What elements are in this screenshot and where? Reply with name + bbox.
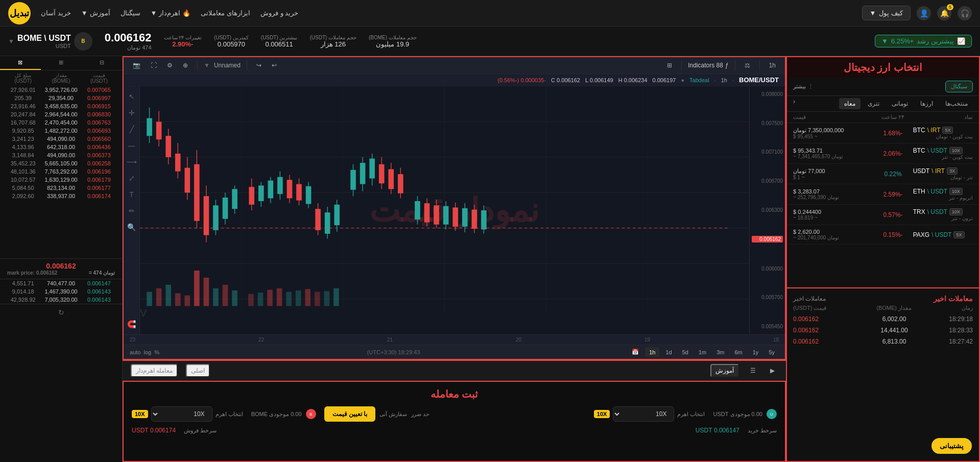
support-button[interactable]: پشتیبانی <box>931 438 972 454</box>
svg-rect-18 <box>213 288 219 306</box>
coin-selector[interactable]: B BOME \ USDT USDT ▼ <box>8 32 92 51</box>
buy-order-2[interactable]: 0.006143 7,005,320.00 42,928.92 <box>0 296 122 304</box>
tf-calendar[interactable]: 📅 <box>628 347 643 357</box>
crosshair-btn[interactable]: ⊕ <box>180 60 191 70</box>
redo-btn[interactable]: ↪ <box>253 60 265 70</box>
text-tool[interactable]: T <box>127 188 136 201</box>
svg-rect-29 <box>324 291 330 306</box>
nav-signal[interactable]: سیگنال <box>121 9 140 17</box>
chart-change: -0.000035 (-0.56%) <box>497 77 546 83</box>
refresh-section: ↻ <box>0 304 122 321</box>
auto-btn[interactable]: auto <box>130 349 140 355</box>
tf-5y[interactable]: 5y <box>764 347 779 357</box>
tf-1m[interactable]: 1m <box>695 347 710 357</box>
left-panel-tabs: منتخب‌ها ارزها تومانی تتری معاه ‹ <box>787 96 979 112</box>
market-row-usdt-irt[interactable]: 3X IRT \ USDT تتر - تومان 0.22% 77,000 ت… <box>787 164 979 184</box>
sell-order-9[interactable]: 0.006258 5,665,105.00 35,452.23 <box>0 159 122 167</box>
svg-rect-84 <box>415 201 420 220</box>
bome-leverage-select[interactable]: 10X 5X <box>151 406 212 422</box>
bottom-tab-edu[interactable]: آموزش <box>710 364 739 377</box>
notifications-icon[interactable]: 🔔 <box>937 6 951 20</box>
magnet-tool[interactable]: 🧲 <box>125 318 138 330</box>
svg-rect-19 <box>223 285 228 306</box>
bottom-tab-leveraged[interactable]: معامله اهرم‌دار <box>131 364 178 377</box>
line-tool[interactable]: ╱ <box>128 123 136 135</box>
growth-badge[interactable]: 📈 پیشترین رشد +6.25% ▼ <box>875 35 972 47</box>
zoom-tool[interactable]: 🔍 <box>125 221 138 233</box>
nav-easy-buy[interactable]: خرید آسان <box>41 9 71 17</box>
nav-leveraged[interactable]: 🔥 اهرم‌دار ▼ <box>151 9 191 17</box>
tf-3m[interactable]: 3m <box>712 347 728 357</box>
sell-order-12[interactable]: 0.006177 823,134.00 5,084.50 <box>0 184 122 192</box>
sell-order-4[interactable]: 0.006763 2,470,454.00 16,707.68 <box>0 118 122 127</box>
tf-6m[interactable]: 6m <box>730 347 746 357</box>
cursor-tool[interactable]: ↖ <box>127 90 137 103</box>
more-button[interactable]: ⋮ بیشتر <box>793 83 814 90</box>
pencil-tool[interactable]: ✏ <box>127 205 137 217</box>
layout-btn[interactable]: ⊞ <box>664 60 675 70</box>
tab-favorites[interactable]: منتخب‌ها <box>940 98 973 109</box>
sell-order-7[interactable]: 0.006436 642,318.00 4,133.96 <box>0 143 122 151</box>
hline-tool[interactable]: — <box>126 139 137 152</box>
sell-order-1[interactable]: 0.006997 29,354.00 205.39 <box>0 94 122 102</box>
nav-tools[interactable]: ابزارهای معاملاتی <box>201 9 250 17</box>
sell-order-3[interactable]: 0.006830 2,964,544.00 20,247.84 <box>0 110 122 118</box>
ob-tab-icon2[interactable]: ⊞ <box>41 56 82 70</box>
fullscreen-btn[interactable]: ⛶ <box>148 60 160 70</box>
sell-order-11[interactable]: 0.006179 1,630,129.00 10,072.57 <box>0 176 122 184</box>
bottom-tab-main[interactable]: اصلی <box>186 364 210 377</box>
buy-order-0[interactable]: 0.006147 740,477.00 4,551.71 <box>0 279 122 287</box>
edu-play-btn[interactable]: ▶ <box>767 366 778 376</box>
market-row-trx[interactable]: 10X USDT \ TRX ترون - تتر -0.57% 0.24440… <box>787 205 979 225</box>
user-icon[interactable]: 👤 <box>917 6 931 20</box>
indicator-icon: ƒ <box>725 62 729 69</box>
ob-tab-icon3[interactable]: ⊠ <box>0 56 41 70</box>
nav-buy-sell[interactable]: خرید و فروش <box>260 9 298 17</box>
tab-futures[interactable]: معاه <box>839 98 861 109</box>
wallet-button[interactable]: کیف پول ▼ <box>862 6 911 20</box>
headphones-icon[interactable]: 🎧 <box>958 6 972 20</box>
market-row-paxg[interactable]: 5X USDT \ PAXG -0.15% 2,620.00 $ تومان 2… <box>787 225 979 245</box>
price-set-button[interactable]: با تعیین قیمت <box>324 406 376 422</box>
sell-order-0[interactable]: 0.007065 3,952,726.00 27,926.01 <box>0 86 122 94</box>
measure-tool[interactable]: ⤢ <box>127 172 137 184</box>
main-layout: انتخاب ارز دیجیتال سیگنال ⋮ بیشتر منتخب‌… <box>0 56 980 462</box>
signal-button[interactable]: سیگنال <box>945 81 973 92</box>
market-row-btc-usdt[interactable]: 10X USDT \ BTC بیت کوین - تتر -2.06% 95,… <box>787 143 979 164</box>
ray-tool[interactable]: ⟶ <box>125 156 139 168</box>
market-row-btc-irt[interactable]: 5X IRT \ BTC بیت کوین - تومان -1.68% 7,3… <box>787 123 979 143</box>
sell-order-6[interactable]: 0.006560 494,090.00 3,241.23 <box>0 135 122 143</box>
sell-order-8[interactable]: 0.006373 494,090.00 3,148.84 <box>0 151 122 159</box>
undo-btn[interactable]: ↩ <box>269 60 280 70</box>
sell-order-13[interactable]: 0.006174 338,937.00 2,092.60 <box>0 192 122 200</box>
tf-1d[interactable]: 1d <box>661 347 676 357</box>
tf-1y[interactable]: 1y <box>749 347 763 357</box>
sell-order-10[interactable]: 0.006196 7,763,292.00 48,101.36 <box>0 167 122 176</box>
log-btn[interactable]: log <box>144 349 151 355</box>
sell-order-2[interactable]: 0.006915 3,458,635.00 23,916.46 <box>0 102 122 110</box>
sell-order-5[interactable]: 0.006693 1,482,272.00 9,920.85 <box>0 127 122 135</box>
tf-1h[interactable]: 1h <box>645 347 659 357</box>
percent-btn[interactable]: % <box>154 349 159 355</box>
nav-education[interactable]: آموزش ▼ <box>81 9 110 17</box>
edu-list-btn[interactable]: ☰ <box>747 366 759 376</box>
indicators-button[interactable]: ƒ Indicators 88 <box>688 62 728 69</box>
crosshair-tool[interactable]: ✛ <box>127 107 137 119</box>
stat-low: کمترین (USDT) 0.005970 <box>214 35 249 48</box>
tab-currencies[interactable]: ارزها <box>915 98 938 109</box>
svg-rect-70 <box>334 205 340 225</box>
ob-tab-icon1[interactable]: ⊟ <box>81 56 122 70</box>
usdt-leverage-select[interactable]: 10X 5X 3X <box>613 406 674 422</box>
buy-order-1[interactable]: 0.006143 1,467,390.00 9,014.18 <box>0 287 122 296</box>
market-row-eth[interactable]: 10X USDT \ ETH اتریوم - تتر -2.59% 3,283… <box>787 184 979 205</box>
camera-btn[interactable]: 📷 <box>130 60 144 70</box>
tab-tetheri[interactable]: تتری <box>863 98 885 109</box>
settings-btn[interactable]: ⚙ <box>164 60 176 70</box>
compare-btn[interactable]: ⚖ <box>742 60 753 70</box>
tab-tomani[interactable]: تومانی <box>887 98 913 109</box>
prev-icon[interactable]: ‹ <box>793 98 795 109</box>
timeframe-1h-btn[interactable]: 1h <box>766 60 779 70</box>
refresh-btn[interactable]: ↻ <box>56 306 66 319</box>
tf-5d[interactable]: 5d <box>678 347 692 357</box>
svg-rect-13 <box>165 285 171 306</box>
